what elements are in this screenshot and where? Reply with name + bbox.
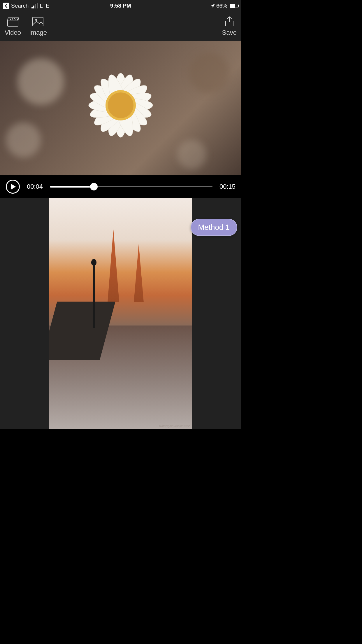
image-button[interactable]: Image [29,16,47,36]
save-button[interactable]: Save [222,16,237,36]
total-time: 00:15 [219,183,236,190]
image-label: Image [29,29,47,36]
playback-controls: 00:04 00:15 [0,175,241,198]
artist-credit: Katarzyna Jaśkiewicz [159,424,190,428]
share-up-icon [223,16,236,27]
slider-thumb[interactable] [90,183,98,190]
picture-icon [32,16,44,27]
svg-rect-0 [8,20,18,26]
play-button[interactable] [6,180,20,194]
battery-icon [230,4,238,8]
status-bar: Search LTE 9:58 PM 66% [0,0,241,12]
slider-fill [50,186,94,188]
svg-rect-1 [33,17,43,26]
method-label: Method 1 [198,223,230,232]
carrier-label: LTE [40,3,49,9]
signal-icon [31,3,38,8]
location-icon [210,4,215,8]
image-area: Katarzyna Jaśkiewicz Method 1 [0,198,241,429]
battery-pct: 66% [216,3,227,9]
toolbar: Video Image Save [0,12,241,41]
video-button[interactable]: Video [5,16,21,36]
svg-point-2 [35,19,37,21]
back-to-search-button[interactable] [3,3,9,9]
video-label: Video [5,29,21,36]
save-label: Save [222,29,237,36]
clock: 9:58 PM [81,3,160,9]
status-right: 66% [160,3,238,9]
selected-image[interactable]: Katarzyna Jaśkiewicz [49,198,192,429]
play-icon [11,184,16,190]
back-label[interactable]: Search [11,3,29,9]
current-time: 00:04 [27,183,43,190]
method-button[interactable]: Method 1 [191,219,237,236]
daisy-flower-icon [75,60,166,150]
progress-slider[interactable] [50,186,212,188]
status-left: Search LTE [3,3,81,9]
clapperboard-icon [7,16,19,27]
video-preview[interactable] [0,41,241,175]
svg-point-14 [108,92,133,118]
